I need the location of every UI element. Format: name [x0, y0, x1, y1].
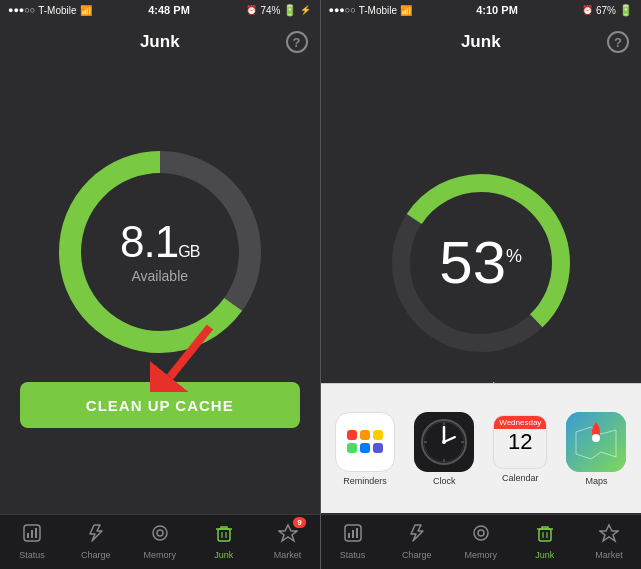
maps-svg: [566, 412, 626, 472]
clock-icon: [414, 412, 474, 472]
left-market-badge: 9: [293, 517, 305, 528]
svg-point-20: [442, 440, 446, 444]
left-time: 4:48 PM: [148, 4, 190, 16]
maps-icon: [566, 412, 626, 472]
right-alarm-icon: ⏰: [582, 5, 593, 15]
right-time: 4:10 PM: [476, 4, 518, 16]
right-tab-charge[interactable]: Charge: [385, 523, 449, 560]
left-signal: ●●●○○: [8, 5, 35, 15]
left-tab-market[interactable]: 9 Market: [256, 523, 320, 560]
reminders-dots: [341, 424, 389, 459]
reminders-icon: [335, 412, 395, 472]
left-header-title: Junk: [140, 32, 180, 52]
svg-rect-29: [352, 530, 354, 538]
right-tab-junk-label: Junk: [535, 550, 554, 560]
svg-rect-7: [31, 530, 33, 538]
app-item-maps[interactable]: Maps: [566, 412, 626, 486]
svg-rect-28: [348, 533, 350, 538]
calendar-month: Wednesday: [494, 416, 546, 429]
right-scan-value: 53%: [439, 229, 522, 296]
left-battery-pct: 74%: [260, 5, 280, 16]
app-item-reminders[interactable]: Reminders: [335, 412, 395, 486]
svg-line-4: [170, 327, 210, 377]
left-header: Junk ?: [0, 20, 320, 64]
left-status-left: ●●●○○ T-Mobile 📶: [8, 5, 92, 16]
clock-label: Clock: [433, 476, 456, 486]
arrow-svg: [150, 322, 230, 392]
right-status-icon: [343, 523, 363, 548]
right-tab-market-label: Market: [595, 550, 623, 560]
left-tab-charge-label: Charge: [81, 550, 111, 560]
svg-rect-30: [356, 528, 358, 538]
panel-divider: [320, 0, 321, 569]
left-carrier: T-Mobile: [38, 5, 76, 16]
right-battery-pct: 67%: [596, 5, 616, 16]
left-tab-memory-label: Memory: [144, 550, 177, 560]
left-status-icon: [22, 523, 42, 548]
right-tab-status[interactable]: Status: [321, 523, 385, 560]
left-tab-junk[interactable]: Junk: [192, 523, 256, 560]
left-alarm-icon: ⏰: [246, 5, 257, 15]
calendar-day: 12: [508, 429, 532, 455]
left-donut-value: 8.1GB: [120, 220, 199, 264]
left-donut-center: 8.1GB Available: [120, 220, 199, 284]
svg-rect-11: [218, 529, 230, 541]
right-charge-icon: [407, 523, 427, 548]
right-memory-icon: [471, 523, 491, 548]
arrow-indicator: [150, 322, 230, 396]
svg-point-32: [478, 530, 484, 536]
right-status-bar: ●●●○○ T-Mobile 📶 4:10 PM ⏰ 67% 🔋: [321, 0, 642, 20]
right-signal: ●●●○○: [329, 5, 356, 15]
left-memory-icon: [150, 523, 170, 548]
maps-label: Maps: [585, 476, 607, 486]
reminders-label: Reminders: [343, 476, 387, 486]
right-status-left: ●●●○○ T-Mobile 📶: [329, 5, 413, 16]
left-tab-memory[interactable]: Memory: [128, 523, 192, 560]
left-button-area: CLEAN UP CACHE: [20, 382, 300, 436]
right-tab-status-label: Status: [340, 550, 366, 560]
svg-point-26: [592, 434, 600, 442]
right-panel: ●●●○○ T-Mobile 📶 4:10 PM ⏰ 67% 🔋 Junk ? …: [321, 0, 642, 569]
right-tab-market[interactable]: Market: [577, 523, 641, 560]
left-market-icon: [278, 525, 298, 547]
left-wifi-icon: 📶: [80, 5, 92, 16]
left-help-button[interactable]: ?: [286, 31, 308, 53]
clock-face-svg: [419, 417, 469, 467]
right-carrier: T-Mobile: [359, 5, 397, 16]
calendar-label: Calendar: [502, 473, 539, 483]
left-panel: ●●●○○ T-Mobile 📶 4:48 PM ⏰ 74% 🔋 ⚡ Junk …: [0, 0, 320, 569]
right-app-overlay: Reminders Clock: [321, 383, 642, 513]
right-market-icon: [599, 523, 619, 548]
right-battery-icon: 🔋: [619, 4, 633, 17]
right-header-title: Junk: [461, 32, 501, 52]
left-tab-status[interactable]: Status: [0, 523, 64, 560]
app-item-clock[interactable]: Clock: [414, 412, 474, 486]
right-scan-center: 53%: [439, 233, 522, 293]
right-help-button[interactable]: ?: [607, 31, 629, 53]
right-tab-bar: Status Charge Memory Junk Market: [321, 514, 642, 569]
svg-point-31: [474, 526, 488, 540]
left-tab-charge[interactable]: Charge: [64, 523, 128, 560]
left-tab-junk-label: Junk: [214, 550, 233, 560]
left-tab-market-label: Market: [274, 550, 302, 560]
right-junk-icon: [535, 523, 555, 548]
right-tab-memory[interactable]: Memory: [449, 523, 513, 560]
svg-rect-6: [27, 533, 29, 538]
svg-point-10: [157, 530, 163, 536]
right-status-right: ⏰ 67% 🔋: [582, 4, 633, 17]
right-tab-charge-label: Charge: [402, 550, 432, 560]
left-status-right: ⏰ 74% 🔋 ⚡: [246, 4, 311, 17]
left-charging-icon: ⚡: [300, 5, 311, 15]
left-charge-icon: [86, 523, 106, 548]
svg-point-9: [153, 526, 167, 540]
left-status-bar: ●●●○○ T-Mobile 📶 4:48 PM ⏰ 74% 🔋 ⚡: [0, 0, 320, 20]
app-item-calendar[interactable]: Wednesday 12 Calendar: [493, 415, 547, 483]
left-market-badge-container: 9: [278, 523, 298, 548]
right-tab-junk[interactable]: Junk: [513, 523, 577, 560]
right-header: Junk ?: [321, 20, 642, 64]
left-donut-label: Available: [120, 268, 199, 284]
calendar-icon: Wednesday 12: [493, 415, 547, 469]
left-junk-icon: [214, 523, 234, 548]
left-main-content: 8.1GB Available CLEAN UP CACHE: [0, 64, 320, 514]
svg-rect-33: [539, 529, 551, 541]
